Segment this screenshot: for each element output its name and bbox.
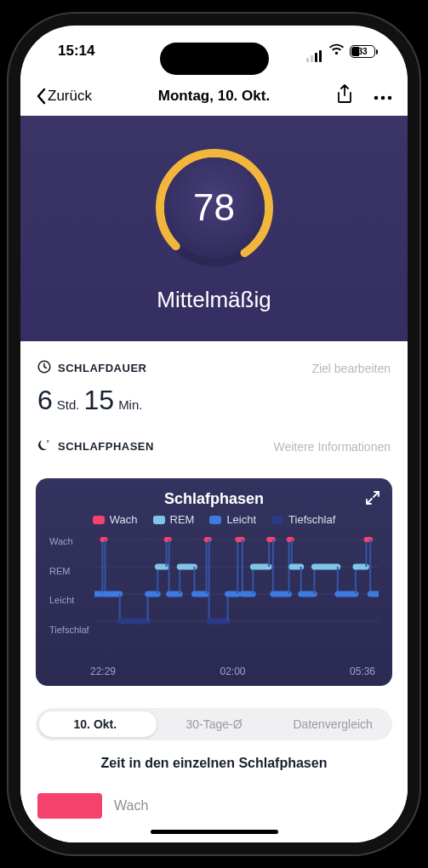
duration-section: SCHLAFDAUER Ziel bearbeiten 6 Std. 15 Mi… [20,341,408,425]
score-rating: Mittelmäßig [157,287,271,313]
back-button[interactable]: Zurück [36,88,92,105]
clock-icon [37,360,51,376]
back-label: Zurück [48,88,92,105]
ellipsis-icon [374,95,392,100]
phone-frame: 15:14 33 Zurück Montag, 10. Okt. [20,26,408,842]
tab-compare[interactable]: Datenvergleich [273,717,392,731]
svg-point-1 [381,96,385,100]
chart-x-labels: 22:2902:0005:36 [49,665,379,677]
home-indicator[interactable] [151,830,278,834]
chart-legend: WachREMLeichtTiefschlaf [49,513,379,526]
sleep-score-hero: 78 Mittelmäßig [20,116,408,341]
phases-title: SCHLAFPHASEN [58,440,154,453]
wifi-icon [328,43,345,60]
stage-row-wake: Wach [20,793,408,819]
chevron-left-icon [36,88,46,105]
expand-icon [365,490,380,505]
sleep-phases-card[interactable]: Schlafphasen WachREMLeichtTiefschlaf Wac… [36,478,392,686]
content-scroll[interactable]: 78 Mittelmäßig SCHLAFDAUER Ziel bearbeit… [20,116,408,842]
nav-bar: Zurück Montag, 10. Okt. [20,77,408,116]
stage-label-wake: Wach [114,798,148,814]
chart-title: Schlafphasen [49,490,379,508]
score-ring: 78 [151,144,278,271]
share-icon [336,84,353,105]
more-info-link[interactable]: Weitere Informationen [274,440,391,454]
chart-y-labels: WachREMLeichtTiefschlaf [49,533,89,635]
score-value: 78 [164,157,265,258]
tab-segmented-control[interactable]: 10. Okt. 30-Tage-Ø Datenvergleich [36,708,392,740]
svg-text:z: z [47,438,49,443]
svg-point-2 [388,96,392,100]
phases-section: z SCHLAFPHASEN Weitere Informationen [20,425,408,471]
share-button[interactable] [336,84,353,108]
cellular-icon [306,45,323,57]
stage-bar-wake [37,793,102,819]
duration-title: SCHLAFDAUER [58,362,146,374]
tab-day[interactable]: 10. Okt. [36,717,155,731]
tab-30day[interactable]: 30-Tage-Ø [155,717,274,731]
battery-icon: 33 [350,45,375,58]
dynamic-island [160,43,269,75]
svg-point-0 [374,96,379,100]
more-button[interactable] [374,89,392,104]
chart-plot-area [94,533,379,660]
duration-value: 6 Std. 15 Min. [37,385,391,416]
edit-goal-link[interactable]: Ziel bearbeiten [311,362,391,375]
expand-button[interactable] [365,490,380,509]
status-time: 15:14 [58,43,94,60]
time-in-stages-heading: Zeit in den einzelnen Schlafphasen [20,756,408,771]
moon-icon: z [37,438,51,454]
page-title: Montag, 10. Okt. [158,88,270,105]
